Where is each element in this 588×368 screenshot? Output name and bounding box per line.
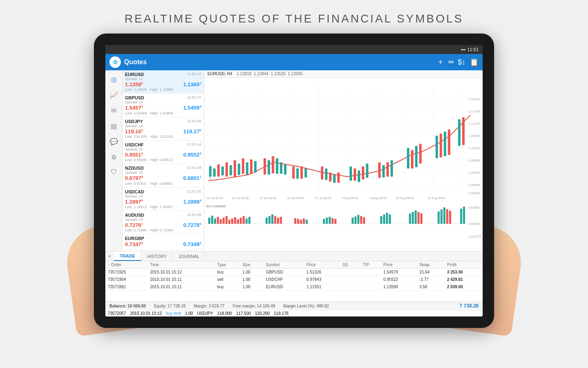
- quote-row-usdcad[interactable]: USDCAD 11:51:42 Spread: 19 1.28975 1.289…: [122, 188, 204, 211]
- time-1: 2015.10.01 15:12: [147, 269, 215, 276]
- quote-symbol-gbpusd: GBPUSD: [125, 95, 144, 100]
- svg-text:10 Aug 08:00: 10 Aug 08:00: [396, 196, 414, 200]
- svg-text:1.08025: 1.08025: [468, 191, 481, 195]
- pending-tp: 120.200: [255, 311, 270, 316]
- tab-arrow[interactable]: ▼: [105, 251, 114, 261]
- svg-text:1.10125: 1.10125: [468, 146, 481, 150]
- col-size: Size: [240, 261, 264, 269]
- sidebar-mail[interactable]: ✉: [107, 103, 121, 118]
- quote-ask-usdchf: 0.95522: [183, 152, 201, 158]
- price2-2: 0.95522: [381, 276, 417, 283]
- svg-rect-67: [415, 146, 418, 167]
- pending-sl: 117.500: [236, 311, 251, 316]
- col-price2: Price: [381, 261, 417, 269]
- pending-order: 73572057: [108, 311, 126, 316]
- svg-rect-93: [228, 220, 230, 224]
- tab-trade[interactable]: TRADE: [114, 251, 141, 261]
- quote-symbol-usdjpy: USDJPY: [125, 119, 143, 124]
- table-row[interactable]: 73571881 2015.10.01 15:11 buy 1.00 EURUS…: [105, 283, 483, 291]
- quote-lowhigh-audusd: Low: 0.72680 High: 0.73364: [125, 228, 201, 232]
- quote-ask-usdjpy: 119.176: [183, 128, 201, 135]
- svg-text:29 Jul 08:00: 29 Jul 08:00: [287, 196, 304, 200]
- svg-rect-130: [421, 213, 423, 224]
- svg-rect-50: [305, 168, 307, 177]
- svg-rect-51: [321, 166, 323, 180]
- svg-rect-89: [217, 217, 219, 224]
- table-row[interactable]: 73571925 2015.10.01 15:12 buy 1.00 GBPUS…: [105, 269, 483, 276]
- chart-ohlc: 1.13818 1.13944 1.13525 1.13590: [237, 72, 303, 76]
- quote-row-eurusd[interactable]: EURUSD 11:51:47 Spread: 11 1.13590 1.136…: [122, 70, 204, 94]
- quote-row-usdjpy[interactable]: USDJPY 11:51:45 Spread: 14 119.162 119.1…: [122, 117, 204, 141]
- tablet-screen: ▪▪▪ 11:51 🌐 Quotes + ✏ $↕: [105, 45, 483, 316]
- svg-rect-68: [419, 144, 422, 164]
- svg-rect-92: [225, 216, 227, 224]
- svg-text:AO 0.000056: AO 0.000056: [206, 204, 226, 208]
- tp-2: [360, 276, 381, 283]
- sidebar-news[interactable]: ▤: [107, 119, 121, 133]
- table-row[interactable]: 73571904 2015.10.01 15:11 sell 1.00 USDC…: [105, 276, 483, 283]
- quote-ask-audusd: 0.72784: [183, 222, 201, 228]
- type-3: buy: [215, 283, 240, 291]
- add-icon[interactable]: +: [438, 58, 443, 67]
- quote-row-gbpusd[interactable]: GBPUSD 11:51:47 Spread: 15 1.54573 1.545…: [122, 94, 204, 117]
- sidebar-chat[interactable]: 💬: [107, 134, 121, 149]
- svg-rect-31: [217, 164, 220, 177]
- quote-row-nzdusd[interactable]: NZDUSD 11:51:48 Spread: 33 0.67978 0.680…: [122, 164, 204, 187]
- svg-text:21 Jul 08:00: 21 Jul 08:00: [206, 196, 223, 200]
- quote-symbol-usdcad: USDCAD: [125, 189, 144, 194]
- quote-symbol-eurusd: EURUSD: [125, 72, 144, 77]
- svg-rect-106: [280, 217, 282, 224]
- time-3: 2015.10.01 15:11: [147, 283, 215, 291]
- svg-rect-60: [366, 164, 368, 178]
- svg-text:27 Jul 08:00: 27 Jul 08:00: [259, 196, 276, 200]
- dollar-icon[interactable]: $↕: [458, 58, 466, 67]
- col-price: Price: [304, 261, 340, 269]
- quote-row-eurgbp[interactable]: EURGBP 0.73475 0.73496: [122, 234, 204, 249]
- svg-rect-39: [250, 159, 252, 174]
- svg-rect-56: [350, 166, 352, 181]
- pending-symbol: USDJPY: [197, 311, 213, 316]
- quote-lowhigh-nzdusd: Low: 0.67937 High: 0.68882: [125, 182, 201, 186]
- svg-rect-102: [268, 216, 270, 224]
- svg-rect-116: [334, 219, 336, 224]
- quote-lowhigh-usdchf: Low: 0.95005 High: 0.95512: [125, 158, 201, 162]
- symbol-2: USDCHF: [263, 276, 304, 283]
- doc-icon[interactable]: 📋: [470, 58, 479, 67]
- quote-bid-eurgbp: 0.73475: [125, 241, 143, 247]
- svg-text:12 Aug 08:00: 12 Aug 08:00: [428, 196, 445, 200]
- svg-rect-104: [274, 216, 276, 224]
- svg-rect-129: [418, 212, 420, 224]
- pending-time: 2015.10.01 15:12: [130, 311, 162, 316]
- profit-total: 7 738.26: [459, 303, 479, 309]
- quote-row-usdchf[interactable]: USDCHF 11:51:44 Spread: 10 0.95512 0.955…: [122, 141, 204, 164]
- profit-2: 2 429.81: [445, 276, 483, 283]
- sl-1: [340, 269, 360, 276]
- sidebar-chart[interactable]: 📈: [107, 88, 121, 102]
- edit-icon[interactable]: ✏: [448, 58, 454, 67]
- chart-canvas: 1.12225 1.11700 1.11175 1.10650 1.10125 …: [204, 78, 483, 251]
- svg-rect-42: [267, 160, 270, 175]
- svg-rect-33: [225, 162, 228, 177]
- svg-rect-72: [448, 130, 450, 155]
- svg-text:1.09600: 1.09600: [468, 159, 481, 162]
- tab-journal[interactable]: JOURNAL: [173, 251, 205, 261]
- pending-row[interactable]: 73572057 2015.10.01 15:12 buy limit 1.00…: [105, 310, 483, 316]
- svg-rect-41: [263, 158, 266, 175]
- sidebar-quotes[interactable]: ◎: [107, 72, 121, 87]
- svg-rect-46: [284, 164, 287, 175]
- status-bar: ▪▪▪ 11:51: [105, 45, 483, 54]
- quote-spread-gbpusd: Spread: 15: [125, 100, 201, 104]
- quote-symbol-nzdusd: NZDUSD: [125, 166, 144, 171]
- sidebar-account[interactable]: ⛉: [107, 165, 121, 180]
- svg-rect-90: [220, 219, 222, 224]
- svg-rect-70: [440, 134, 442, 157]
- trade-table: ↑ Order Time Type Size Symbol Price S/L …: [105, 261, 483, 301]
- top-bar-title: Quotes: [124, 58, 435, 66]
- tab-history[interactable]: HISTORY: [141, 251, 173, 261]
- quote-row-audusd[interactable]: AUDUSD 11:51:48 Spread: 20 0.72761 0.727…: [122, 211, 204, 234]
- svg-rect-127: [412, 212, 414, 224]
- svg-rect-47: [292, 166, 295, 179]
- sidebar-settings[interactable]: ⚙: [107, 150, 121, 164]
- svg-text:1.10650: 1.10650: [468, 134, 481, 138]
- svg-rect-36: [238, 164, 240, 175]
